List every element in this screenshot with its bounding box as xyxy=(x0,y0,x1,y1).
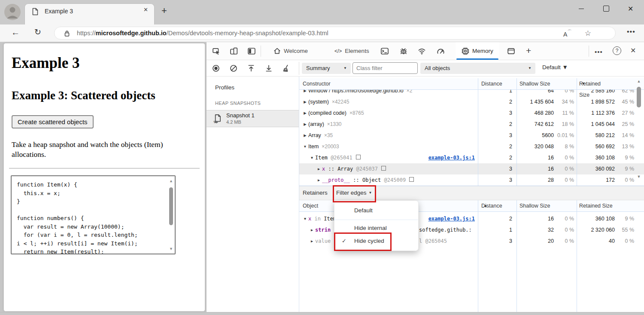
window-maximize-button[interactable] xyxy=(603,6,609,12)
memory-chip-icon xyxy=(462,47,469,55)
performance-gauge-icon[interactable] xyxy=(437,47,445,55)
memory-body: Profiles HEAP SNAPSHOTS % Snapshot 1 4.2… xyxy=(207,76,644,312)
perspective-select[interactable]: Summary ▼ xyxy=(302,63,351,74)
tab-memory[interactable]: Memory xyxy=(456,42,499,60)
collapse-icon[interactable]: ▼ xyxy=(309,152,315,163)
url-text[interactable]: https://microsoftedge.github.io/Demos/de… xyxy=(77,30,328,37)
divider xyxy=(9,168,200,168)
dock-side-icon[interactable] xyxy=(248,47,255,55)
clear-profiles-icon[interactable] xyxy=(230,64,237,72)
save-profile-icon[interactable] xyxy=(265,64,273,72)
add-tool-button[interactable]: + xyxy=(526,46,531,56)
expand-icon[interactable]: ▶ xyxy=(309,235,315,247)
menu-separator xyxy=(334,220,418,220)
class-filter-input[interactable] xyxy=(352,62,418,74)
inspect-element-icon[interactable] xyxy=(213,47,220,55)
col-retained-size[interactable]: Retained Size xyxy=(579,200,613,211)
record-heap-icon[interactable] xyxy=(212,64,220,72)
default-select[interactable]: Default ▼ xyxy=(542,64,568,70)
col-object[interactable]: Object xyxy=(303,200,318,211)
row-checkbox[interactable] xyxy=(356,155,361,159)
title-bar: Example 3 ✕ + ✕ xyxy=(0,0,644,24)
checkmark-icon: ✓ xyxy=(342,235,346,248)
expand-icon[interactable]: ▶ xyxy=(302,119,308,130)
expand-icon[interactable]: ▶ xyxy=(302,96,308,107)
create-scattered-objects-button[interactable]: Create scattered objects xyxy=(12,115,94,128)
browser-menu-icon[interactable]: ••• xyxy=(627,28,635,36)
row-checkbox[interactable] xyxy=(409,177,414,182)
table-row[interactable]: ▶(compiled code)×8765 3 468 28011 % 1 11… xyxy=(299,107,644,119)
favorites-star-icon[interactable]: ☆ xyxy=(585,29,591,38)
profile-avatar[interactable] xyxy=(4,4,21,20)
activity-bar-layout-icon[interactable] xyxy=(507,47,515,55)
scroll-up-icon[interactable]: ▲ xyxy=(167,179,175,183)
menu-item-default[interactable]: Default xyxy=(334,203,418,218)
heap-scrollbar[interactable]: ▲ ▼ xyxy=(635,78,643,186)
source-link[interactable]: example-03.js:1 xyxy=(419,213,475,224)
clear-broom-icon[interactable] xyxy=(282,64,290,72)
expand-icon[interactable]: ▶ xyxy=(316,163,322,174)
sort-asc-icon: ▲ xyxy=(484,200,487,211)
menu-item-hide-cycled[interactable]: ✓ Hide cycled xyxy=(334,235,418,248)
table-row[interactable]: ▶Window / https://microsoftedge.github.i… xyxy=(299,90,644,96)
scroll-thumb[interactable] xyxy=(169,187,173,225)
source-link[interactable]: example-03.js:1 xyxy=(419,152,475,163)
col-shallow-size[interactable]: Shallow Size xyxy=(519,200,550,211)
device-emulation-icon[interactable] xyxy=(230,47,238,55)
col-constructor[interactable]: Constructor xyxy=(303,78,331,89)
snapshot-item[interactable]: % Snapshot 1 4.2 MB xyxy=(207,110,299,127)
devtools-more-icon[interactable]: ••• xyxy=(595,48,603,55)
new-tab-button[interactable]: + xyxy=(161,5,167,16)
devtools-close-icon[interactable]: ✕ xyxy=(630,46,636,55)
page-subtitle: Example 3: Scattered objects xyxy=(12,89,205,102)
issues-bug-icon[interactable] xyxy=(400,47,407,55)
window-close-button[interactable]: ✕ xyxy=(628,5,633,13)
expand-icon[interactable]: ▶ xyxy=(302,90,308,96)
col-distance[interactable]: Distance xyxy=(481,78,502,89)
collapse-icon[interactable]: ▼ xyxy=(302,213,308,224)
scroll-down-icon[interactable]: ▼ xyxy=(635,174,643,179)
table-row-selected[interactable]: ▶x :: Array @245037 3 160 % 360 0929 % xyxy=(299,163,644,174)
code-textarea[interactable]: function Item(x) { this.x = x; } functio… xyxy=(11,175,176,254)
expand-icon[interactable]: ▶ xyxy=(316,174,322,186)
table-row[interactable]: ▶(array)×1330 2 742 61218 % 1 045 04425 … xyxy=(299,119,644,130)
svg-text:%: % xyxy=(213,119,217,124)
tab-welcome[interactable]: Welcome xyxy=(269,42,312,60)
read-aloud-icon[interactable]: A⌒ xyxy=(563,29,572,38)
scroll-thumb[interactable] xyxy=(637,87,641,107)
network-wifi-icon[interactable] xyxy=(418,47,426,55)
filter-edges-select[interactable]: Filter edges▼ xyxy=(336,186,372,200)
load-profile-icon[interactable] xyxy=(247,64,255,72)
tab-elements[interactable]: </> Elements xyxy=(330,42,374,60)
scroll-up-icon[interactable]: ▲ xyxy=(635,79,643,83)
collapse-icon[interactable]: ▼ xyxy=(302,141,308,152)
expand-icon[interactable]: ▶ xyxy=(302,107,308,119)
table-row[interactable]: ▶Array×35 3 56000.01 % 580 21214 % xyxy=(299,130,644,141)
lock-icon[interactable] xyxy=(64,30,70,37)
expand-icon[interactable]: ▶ xyxy=(309,224,315,235)
all-objects-select[interactable]: All objects ▼ xyxy=(420,63,535,74)
help-icon[interactable]: ? xyxy=(613,46,621,55)
refresh-button[interactable]: ↻ xyxy=(34,27,41,37)
expand-icon[interactable]: ▶ xyxy=(302,130,308,141)
scroll-down-icon[interactable]: ▼ xyxy=(167,247,175,251)
browser-tab[interactable]: Example 3 ✕ xyxy=(24,3,155,24)
snapshot-size: 4.2 MB xyxy=(226,119,241,125)
table-row[interactable]: ▼Item×20003 2 320 0488 % 560 69213 % xyxy=(299,141,644,152)
web-page-content: Example 3 Example 3: Scattered objects C… xyxy=(3,43,205,312)
table-row[interactable]: ▶(system)×42245 2 1 435 60434 % 1 898 57… xyxy=(299,96,644,107)
console-icon[interactable] xyxy=(381,47,389,55)
col-shallow-size[interactable]: Shallow Size xyxy=(519,78,550,89)
code-scrollbar[interactable]: ▲ ▼ xyxy=(167,176,175,254)
chevron-down-icon: ▼ xyxy=(528,63,532,74)
table-row[interactable]: ▼Item @265041 example-03.js:1 2 160 % 36… xyxy=(299,152,644,163)
window-minimize-button[interactable] xyxy=(579,9,584,9)
back-button[interactable]: ← xyxy=(11,28,20,37)
code-text: function Item(x) { this.x = x; } functio… xyxy=(17,180,164,254)
address-bar[interactable]: https://microsoftedge.github.io/Demos/de… xyxy=(54,27,616,40)
table-row[interactable]: ▶__proto__ :: Object @245009 3 280 % 172… xyxy=(299,174,644,186)
separator xyxy=(589,46,589,57)
menu-item-hide-internal[interactable]: Hide internal xyxy=(334,222,418,235)
row-checkbox[interactable] xyxy=(381,166,386,171)
tab-close-icon[interactable]: ✕ xyxy=(143,6,148,13)
